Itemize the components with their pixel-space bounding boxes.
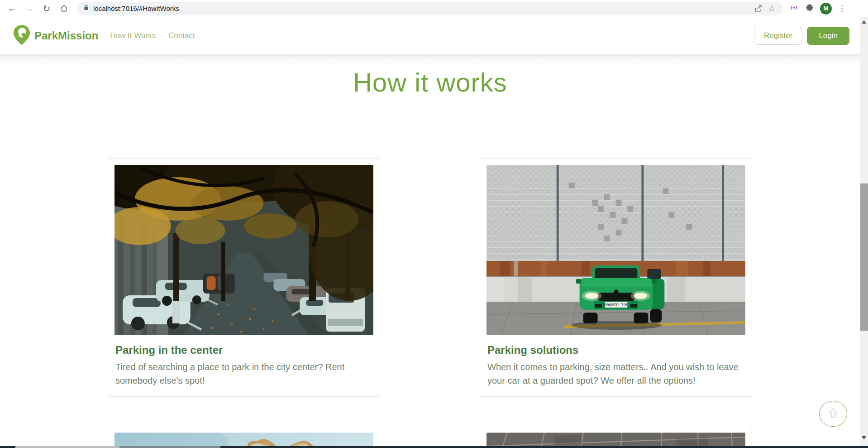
nav-contact[interactable]: Contact — [168, 31, 195, 40]
page-title: How it works — [0, 54, 860, 97]
card-description: Tired of searching a place to park in th… — [115, 360, 372, 387]
page-viewport: ParkMission How It Works Contact Registe… — [0, 17, 860, 446]
back-icon[interactable]: ← — [5, 2, 20, 15]
vertical-scrollbar[interactable] — [860, 17, 868, 446]
card-title: Parking solutions — [487, 344, 744, 356]
lock-icon — [83, 4, 89, 13]
up-arrow-icon — [825, 405, 841, 422]
url-text: localhost:7016/#HowItWorks — [93, 5, 751, 12]
card-parking-solutions: O060TP 799 Parking solutions When it com… — [480, 158, 752, 397]
green-turf-photo — [486, 433, 745, 446]
card-parking-in-the-center: Parking in the center Tired of searching… — [108, 158, 380, 397]
scroll-to-top-button[interactable] — [819, 401, 847, 427]
browser-window: ← → ↻ localhost:7016/#HowItWorks ☆ — [0, 0, 868, 448]
forward-icon[interactable]: → — [22, 2, 37, 15]
register-button[interactable]: Register — [754, 27, 802, 45]
login-button[interactable]: Login — [807, 27, 849, 45]
profile-avatar[interactable]: M — [820, 3, 832, 14]
main-content: How it works — [0, 54, 860, 446]
extensions-puzzle-icon[interactable] — [805, 3, 814, 14]
card-description: When it comes to parking, size matters..… — [487, 360, 744, 387]
cards-row-2 — [108, 426, 752, 446]
nav-how-it-works[interactable]: How It Works — [110, 31, 156, 40]
url-bar[interactable]: localhost:7016/#HowItWorks ☆ — [77, 2, 783, 15]
main-nav: How It Works Contact — [110, 31, 195, 40]
card-gift — [108, 426, 380, 446]
site-header: ParkMission How It Works Contact Registe… — [0, 17, 860, 54]
scrollbar-up-arrow[interactable] — [862, 20, 866, 24]
share-icon[interactable] — [751, 3, 765, 14]
brand-name: ParkMission — [34, 29, 98, 42]
browser-toolbar: ← → ↻ localhost:7016/#HowItWorks ☆ — [0, 0, 868, 17]
map-pin-logo-icon — [13, 24, 31, 47]
card-turf — [480, 426, 752, 446]
autumn-street-photo — [114, 165, 373, 335]
home-icon[interactable] — [56, 2, 72, 15]
scrollbar-down-arrow[interactable] — [862, 436, 866, 439]
brand-logo-link[interactable]: ParkMission — [13, 24, 98, 47]
green-car-photo: O060TP 799 — [486, 165, 745, 335]
reload-icon[interactable]: ↻ — [39, 2, 54, 15]
gift-twine-photo — [114, 433, 373, 446]
svg-text:O060TP 799: O060TP 799 — [604, 303, 629, 308]
bookmark-star-icon[interactable]: ☆ — [765, 3, 778, 14]
menu-kebab-icon[interactable]: ⋮ — [838, 4, 844, 13]
taskbar-edge — [0, 446, 868, 448]
cards-row-1: Parking in the center Tired of searching… — [108, 158, 752, 397]
card-title: Parking in the center — [115, 344, 372, 356]
broadcast-extension-icon[interactable] — [789, 3, 799, 14]
scrollbar-thumb[interactable] — [860, 183, 868, 331]
